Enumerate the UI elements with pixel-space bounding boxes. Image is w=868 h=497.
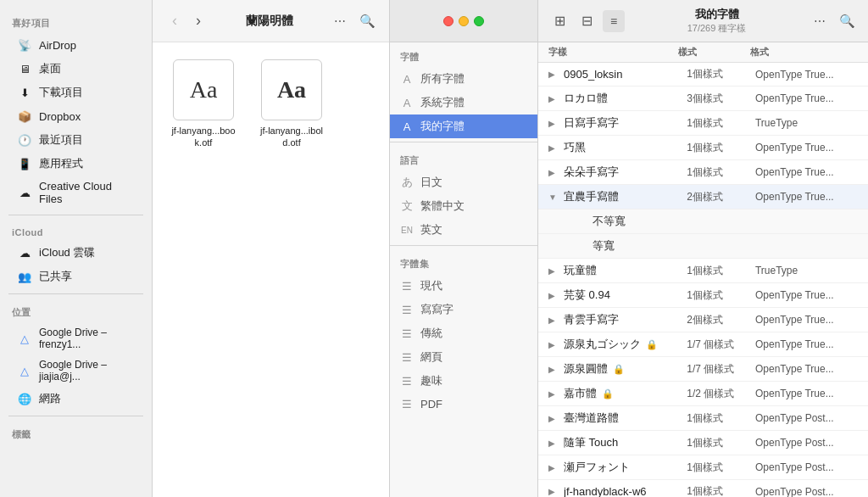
sidebar-item-dropbox[interactable]: 📦 Dropbox — [5, 105, 147, 127]
chevron-right-icon: ▶ — [548, 266, 560, 276]
table-row[interactable]: ▶ 玩童體 1個樣式 TrueType — [538, 259, 868, 283]
table-row[interactable]: ▶ 瀬戸フォント 1個樣式 OpenType Post... — [538, 455, 868, 480]
sidebar-item-google2[interactable]: △ Google Drive – jiajia@j... — [5, 355, 147, 386]
my-fonts-icon: A — [400, 120, 414, 133]
font-format: OpenType True... — [755, 314, 858, 326]
columns-view-button[interactable]: ⊟ — [576, 10, 598, 32]
font-format: OpenType True... — [755, 92, 858, 104]
sidebar-item-apps[interactable]: 📱 應用程式 — [5, 153, 147, 175]
sidebar-section-favorites: 喜好項目 — [0, 10, 152, 33]
fontbook-item-all-fonts[interactable]: A 所有字體 — [390, 67, 537, 91]
desktop-icon: 🖥 — [17, 61, 32, 76]
font-format: TrueType — [755, 117, 858, 129]
sidebar-item-recent[interactable]: 🕐 最近項目 — [5, 129, 147, 151]
table-row[interactable]: ▶ 嘉市體 🔒 1/2 個樣式 OpenType True... — [538, 382, 868, 406]
list-view-button[interactable]: ≡ — [603, 10, 625, 32]
table-row[interactable]: ▶ ロカロ體 3個樣式 OpenType True... — [538, 87, 868, 111]
fontbook-header-info: 我的字體 17/269 種字樣 — [632, 7, 802, 35]
forward-button[interactable]: › — [186, 9, 210, 33]
search-button[interactable]: 🔍 — [355, 9, 379, 33]
file-name-book: jf-lanyang...book.otf — [170, 125, 237, 149]
fontbook-item-label: 網頁 — [420, 349, 442, 365]
back-button[interactable]: ‹ — [163, 9, 186, 33]
file-item-book[interactable]: Aa jf-lanyang...book.otf — [170, 59, 237, 149]
fontbook-item-label: 趣味 — [420, 373, 442, 388]
font-name: 巧黑 — [564, 140, 687, 155]
fontbook-item-system-fonts[interactable]: A 系統字體 — [390, 91, 537, 114]
fontbook-header: ⊞ ⊟ ≡ 我的字體 17/269 種字樣 ⋯ 🔍 — [538, 0, 868, 42]
fontbook-sidebar: 字體 A 所有字體 A 系統字體 A 我的字體 語言 あ 日文 文 繁體中文 E… — [390, 0, 538, 497]
sidebar-item-network[interactable]: 🌐 網路 — [5, 388, 147, 410]
system-fonts-icon: A — [400, 96, 414, 109]
fontbook-item-japanese[interactable]: あ 日文 — [390, 170, 537, 194]
window-controls — [443, 16, 484, 26]
sidebar-item-google1[interactable]: △ Google Drive – frenzy1... — [5, 323, 147, 354]
sidebar-item-airdrop[interactable]: 📡 AirDrop — [5, 34, 147, 56]
fontbook-item-label: PDF — [420, 398, 442, 410]
table-row[interactable]: ▶ 0905_loksin 1個樣式 OpenType True... — [538, 63, 868, 87]
table-row[interactable]: ▶ 源泉圓體 🔒 1/7 個樣式 OpenType True... — [538, 357, 868, 382]
font-style: 1個樣式 — [687, 411, 755, 426]
fontbook-item-label: 寫寫字 — [420, 302, 453, 317]
fontbook-item-my-fonts[interactable]: A 我的字體 — [390, 114, 537, 138]
fontbook-divider-collection — [390, 245, 537, 246]
font-style: 1/7 個樣式 — [687, 362, 755, 377]
fontbook-item-traditional-chinese[interactable]: 文 繁體中文 — [390, 194, 537, 218]
table-row[interactable]: ▶ 朵朵手寫字 1個樣式 OpenType True... — [538, 160, 868, 185]
table-row[interactable]: ▶ jf-handyblack-w6 1個樣式 OpenType Post... — [538, 480, 868, 497]
table-row[interactable]: ▶ 日寫手寫字 1個樣式 TrueType — [538, 111, 868, 136]
table-row[interactable]: ▼ 宜農手寫體 2個樣式 OpenType True... — [538, 185, 868, 209]
font-format: OpenType True... — [755, 142, 858, 154]
sidebar-item-icloud-drive[interactable]: ☁ iCloud 雲碟 — [5, 242, 147, 264]
table-row-sub[interactable]: 等寬 — [538, 234, 868, 259]
table-row[interactable]: ▶ 源泉丸ゴシック 🔒 1/7 個樣式 OpenType True... — [538, 332, 868, 357]
sidebar-item-creative-cloud[interactable]: ☁ Creative Cloud Files — [5, 176, 147, 209]
table-row[interactable]: ▶ 青雲手寫字 2個樣式 OpenType True... — [538, 308, 868, 332]
close-button[interactable] — [443, 16, 453, 26]
font-format: OpenType True... — [755, 338, 858, 350]
fontbook-item-modern[interactable]: ☰ 現代 — [390, 274, 537, 298]
fontbook-item-web[interactable]: ☰ 網頁 — [390, 345, 537, 369]
file-item-bold[interactable]: Aa jf-lanyang...ibold.otf — [258, 59, 326, 149]
table-row[interactable]: ▶ 隨筆 Touch 1個樣式 OpenType Post... — [538, 431, 868, 455]
font-style: 1個樣式 — [687, 116, 755, 131]
sidebar-item-label: 已共享 — [39, 269, 72, 284]
minimize-button[interactable] — [459, 16, 469, 26]
fontbook-item-handwriting[interactable]: ☰ 寫寫字 — [390, 298, 537, 321]
apps-icon: 📱 — [17, 156, 32, 171]
finder-toolbar-actions: ⋯ 🔍 — [328, 9, 379, 33]
fontbook-item-traditional[interactable]: ☰ 傳統 — [390, 321, 537, 345]
fontbook-toolbar — [390, 0, 537, 42]
font-format: OpenType True... — [755, 166, 858, 178]
table-row[interactable]: ▶ 芫荽 0.94 1個樣式 OpenType True... — [538, 283, 868, 308]
table-row[interactable]: ▶ 臺灣道路體 1個樣式 OpenType Post... — [538, 406, 868, 431]
fontbook-search-button[interactable]: 🔍 — [836, 10, 858, 32]
more-options-button[interactable]: ⋯ — [328, 9, 352, 33]
trad-chinese-icon: 文 — [400, 199, 414, 213]
sidebar-item-shared[interactable]: 👥 已共享 — [5, 265, 147, 288]
fontbook-section-font: 字體 — [390, 42, 537, 67]
fontbook-item-label: 日文 — [420, 175, 442, 190]
sidebar-item-desktop[interactable]: 🖥 桌面 — [5, 58, 147, 80]
fontbook-item-english[interactable]: EN 英文 — [390, 218, 537, 242]
modern-icon: ☰ — [400, 279, 414, 293]
sidebar-item-downloads[interactable]: ⬇ 下載項目 — [5, 81, 147, 103]
table-row-sub[interactable]: 不等寬 — [538, 209, 868, 234]
table-row[interactable]: ▶ 巧黑 1個樣式 OpenType True... — [538, 136, 868, 160]
fontbook-item-label: 我的字體 — [420, 119, 465, 134]
font-format: OpenType True... — [755, 289, 858, 301]
fontbook-item-fun[interactable]: ☰ 趣味 — [390, 369, 537, 393]
sidebar-item-label: Creative Cloud Files — [39, 180, 135, 205]
font-name: 臺灣道路體 — [564, 410, 687, 426]
font-style: 1/7 個樣式 — [687, 338, 755, 352]
col-header-font: 字樣 — [548, 46, 678, 59]
fontbook-item-pdf[interactable]: ☰ PDF — [390, 393, 537, 415]
grid-view-button[interactable]: ⊞ — [548, 10, 570, 32]
font-name: 朵朵手寫字 — [564, 165, 687, 180]
traditional-icon: ☰ — [400, 327, 414, 340]
maximize-button[interactable] — [474, 16, 484, 26]
font-style: 1個樣式 — [687, 436, 755, 450]
sidebar-section-locations: 位置 — [0, 299, 152, 322]
chevron-down-icon: ▼ — [548, 193, 560, 202]
more-actions-button[interactable]: ⋯ — [809, 10, 831, 32]
